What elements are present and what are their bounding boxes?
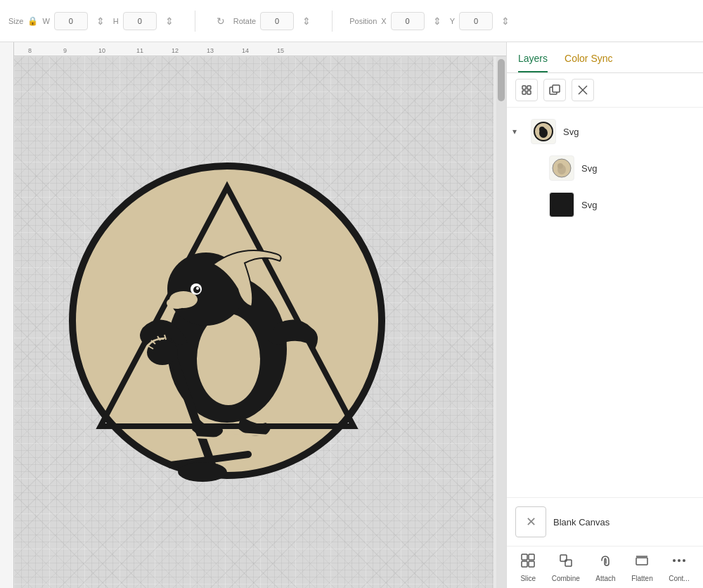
- svg-point-12: [178, 462, 227, 482]
- attach-icon: [598, 553, 613, 572]
- x-input[interactable]: [391, 12, 425, 30]
- y-input[interactable]: [459, 12, 493, 30]
- slice-button[interactable]: Slice: [515, 550, 541, 585]
- scrollbar-vertical[interactable]: [496, 56, 506, 588]
- svg-point-15: [147, 340, 178, 365]
- attach-button[interactable]: Attach: [590, 550, 621, 585]
- layers-list: ▾ Svg: [507, 108, 703, 497]
- height-input[interactable]: [123, 12, 157, 30]
- main-area: 8 9 10 11 12 13 14 15: [0, 42, 703, 588]
- position-label: Position: [349, 17, 377, 25]
- add-layer-btn[interactable]: [515, 79, 538, 101]
- height-stepper[interactable]: ⇕: [161, 13, 178, 30]
- layer-thumbnail-1: [531, 119, 556, 144]
- blank-canvas-label: Blank Canvas: [553, 517, 610, 528]
- layer-thumbnail-3: [549, 192, 574, 217]
- svg-rect-36: [529, 554, 534, 560]
- w-label: W: [42, 17, 49, 25]
- flatten-icon: [634, 553, 650, 572]
- size-group: Size 🔒 W ⇕ H ⇕: [8, 12, 178, 30]
- size-label: Size: [8, 17, 23, 25]
- svg-rect-35: [522, 554, 527, 560]
- blank-canvas-section: ✕ Blank Canvas: [507, 497, 703, 546]
- svg-rect-23: [527, 91, 531, 94]
- y-stepper[interactable]: ⇕: [497, 13, 514, 30]
- divider-2: [332, 11, 333, 32]
- layer-item[interactable]: Svg: [507, 186, 703, 223]
- flatten-label: Flatten: [631, 575, 653, 582]
- svg-point-3: [197, 314, 260, 405]
- scrollbar-thumb[interactable]: [498, 59, 505, 101]
- svg-rect-41: [636, 558, 647, 565]
- position-group: Position X ⇕ Y ⇕: [349, 12, 514, 30]
- layer-item[interactable]: ▾ Svg: [507, 113, 703, 150]
- layer-name-2: Svg: [581, 163, 597, 174]
- y-label: Y: [450, 17, 455, 25]
- blank-canvas-thumbnail: ✕: [515, 506, 546, 537]
- combine-button[interactable]: Combine: [546, 550, 586, 585]
- svg-rect-38: [529, 561, 534, 567]
- panel-bottom-actions: Slice Combine Attach: [507, 546, 703, 588]
- panel-tabs: Layers Color Sync: [507, 42, 703, 73]
- x-label: X: [381, 17, 386, 25]
- slice-label: Slice: [520, 575, 536, 582]
- layer-thumbnail-2: [549, 155, 574, 181]
- flatten-button[interactable]: Flatten: [626, 550, 659, 585]
- layer-item[interactable]: Svg: [507, 150, 703, 186]
- svg-point-9: [196, 287, 199, 290]
- duplicate-layer-btn[interactable]: [543, 79, 566, 101]
- panel-toolbar: [507, 73, 703, 108]
- svg-point-6: [167, 298, 186, 309]
- tab-layers[interactable]: Layers: [518, 53, 548, 72]
- layer-name-1: Svg: [563, 127, 579, 137]
- attach-label: Attach: [595, 575, 615, 582]
- ruler-vertical: [0, 42, 14, 588]
- combine-icon: [558, 553, 574, 572]
- rotate-group: ↻ Rotate ⇕: [212, 12, 315, 30]
- delete-layer-btn[interactable]: [572, 79, 594, 101]
- more-button[interactable]: Cont...: [663, 550, 695, 585]
- rotate-icon: ↻: [212, 13, 229, 30]
- x-icon: ✕: [526, 514, 536, 530]
- svg-rect-22: [522, 91, 526, 94]
- h-label: H: [113, 17, 119, 25]
- svg-rect-37: [522, 561, 527, 567]
- chevron-down-icon: ▾: [512, 127, 524, 136]
- svg-point-45: [683, 559, 685, 562]
- slice-icon: [520, 553, 536, 572]
- canvas-logo[interactable]: [58, 152, 396, 492]
- more-icon: [671, 553, 687, 572]
- svg-point-43: [673, 559, 676, 562]
- svg-point-44: [678, 559, 681, 562]
- canvas-area[interactable]: 8 9 10 11 12 13 14 15: [0, 42, 506, 588]
- rotate-stepper[interactable]: ⇕: [298, 13, 315, 30]
- right-panel: Layers Color Sync: [506, 42, 703, 588]
- rotate-label: Rotate: [233, 17, 256, 25]
- x-stepper[interactable]: ⇕: [429, 13, 446, 30]
- lock-icon: 🔒: [27, 16, 38, 26]
- top-toolbar: Size 🔒 W ⇕ H ⇕ ↻ Rotate ⇕ Position X ⇕ Y…: [0, 0, 703, 42]
- ruler-horizontal: 8 9 10 11 12 13 14 15: [0, 42, 506, 56]
- svg-point-33: [557, 163, 563, 169]
- svg-rect-21: [527, 86, 531, 89]
- layer-name-3: Svg: [581, 200, 597, 210]
- width-input[interactable]: [54, 12, 88, 30]
- width-stepper[interactable]: ⇕: [92, 13, 109, 30]
- canvas-grid[interactable]: [14, 56, 494, 588]
- more-label: Cont...: [669, 575, 689, 582]
- divider-1: [195, 11, 195, 32]
- rotate-input[interactable]: [260, 12, 294, 30]
- svg-point-30: [539, 127, 545, 132]
- svg-point-34: [553, 196, 571, 214]
- svg-rect-25: [553, 85, 560, 92]
- tab-color-sync[interactable]: Color Sync: [565, 53, 612, 72]
- svg-rect-20: [522, 86, 526, 89]
- combine-label: Combine: [552, 575, 580, 582]
